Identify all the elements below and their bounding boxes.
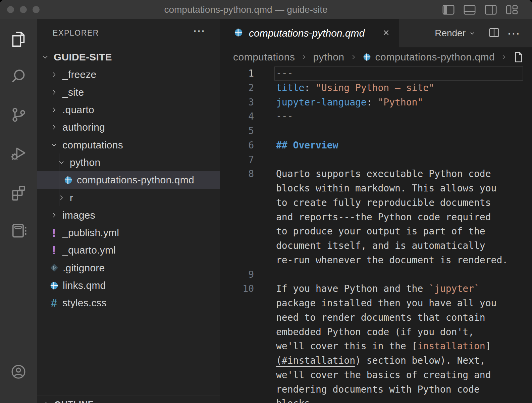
split-editor-icon[interactable] [488, 27, 500, 40]
code-line-text: document itself, and is automatically [276, 239, 485, 253]
settings-gear-icon[interactable] [10, 400, 27, 403]
code-line[interactable]: package installed then you have all you [220, 296, 532, 311]
explorer-icon[interactable] [10, 31, 27, 48]
code-line[interactable]: 9 [220, 268, 532, 282]
code-line-text: to produce your output is part of the [276, 224, 485, 239]
code-line-text: If you have Python and the `jupyter` [276, 282, 480, 296]
toggle-primary-sidebar-icon[interactable] [442, 5, 455, 15]
code-line-text: we'll cover this in the [installation] [276, 339, 491, 354]
zoom-window-button[interactable] [33, 6, 40, 13]
code-line[interactable]: 6## Overview [220, 138, 532, 153]
code-line[interactable]: to create fully reproducible documents [220, 196, 532, 210]
code-line[interactable]: 2title: "Using Python — site" [220, 81, 532, 95]
code-line[interactable]: 1--- [220, 66, 532, 81]
code-line[interactable]: re-run whenever the document is rendered… [220, 253, 532, 268]
code-line[interactable]: document itself, and is automatically [220, 239, 532, 253]
code-line[interactable]: 5 [220, 124, 532, 138]
indent-guide [59, 153, 59, 206]
outline-section[interactable]: OUTLINE [37, 396, 220, 403]
tree-item-label: computations [62, 139, 123, 151]
tree-item--quarto-yml[interactable]: !_quarto.yml [37, 241, 220, 259]
tree-item-computations[interactable]: computations [37, 136, 220, 153]
chevron-right-icon [50, 124, 58, 131]
code-line[interactable]: and reports---the Python code required [220, 210, 532, 225]
outline-header: OUTLINE [54, 399, 94, 403]
line-number: 7 [220, 153, 254, 167]
code-editor[interactable]: 1---2title: "Using Python — site"3jupyte… [220, 66, 532, 403]
minimize-window-button[interactable] [20, 6, 27, 13]
notebook-icon[interactable] [10, 222, 27, 239]
hash-icon: # [50, 297, 58, 309]
tree-item-authoring[interactable]: authoring [37, 119, 220, 136]
line-number: 5 [220, 124, 254, 138]
tree-item-label: _site [62, 87, 84, 98]
close-window-button[interactable] [7, 6, 14, 13]
code-line[interactable]: 7 [220, 153, 532, 167]
code-line[interactable]: to produce your output is part of the [220, 224, 532, 239]
code-line[interactable]: need to render documents that contain [220, 311, 532, 325]
code-line-text: embedded Python code (if you don't, [276, 325, 474, 340]
extensions-icon[interactable] [10, 183, 27, 201]
code-line[interactable]: 8Quarto supports executable Python code [220, 167, 532, 181]
tree-item-python[interactable]: python [37, 154, 220, 171]
chevron-right-icon [42, 401, 51, 403]
chevron-right-icon [50, 106, 58, 114]
tree-item--quarto[interactable]: .quarto [37, 101, 220, 119]
run-and-debug-icon[interactable] [10, 145, 27, 162]
chevron-right-icon [301, 54, 307, 60]
source-control-icon[interactable] [10, 106, 27, 124]
tree-item--site[interactable]: _site [37, 84, 220, 101]
code-line-text: Quarto supports executable Python code [276, 167, 491, 181]
tree-item-label: _publish.yml [62, 227, 119, 238]
tree-item-label: _quarto.yml [62, 244, 116, 256]
outline-separator [37, 396, 220, 396]
code-line[interactable]: embedded Python code (if you don't, [220, 325, 532, 340]
line-number: 10 [220, 282, 254, 296]
tree-item-styles-css[interactable]: #styles.css [37, 294, 220, 312]
tree-item-links-qmd[interactable]: links.qmd [37, 277, 220, 294]
tree-item-label: .gitignore [63, 262, 105, 274]
quarto-icon [50, 281, 59, 290]
tree-item--gitignore[interactable]: .gitignore [37, 259, 220, 277]
breadcrumb-item[interactable]: python [313, 51, 344, 63]
chevron-right-icon [50, 89, 58, 96]
code-line[interactable]: 4--- [220, 109, 532, 124]
line-number: 8 [220, 167, 254, 181]
toggle-secondary-sidebar-icon[interactable] [485, 5, 497, 15]
code-line[interactable]: we'll cover this in the [installation] [220, 339, 532, 354]
code-line[interactable]: blocks within markdown. This allows you [220, 181, 532, 196]
file-tree: GUIDE-SITE_freeze_site.quartoauthoringco… [37, 48, 220, 312]
chevron-right-icon [50, 71, 58, 78]
toggle-panel-icon[interactable] [464, 5, 476, 15]
tree-item-r[interactable]: r [37, 189, 220, 206]
code-line[interactable]: (#installation) section below). Next, [220, 354, 532, 368]
code-line-text: rendering documents with Python code [276, 383, 480, 397]
tree-item--freeze[interactable]: _freeze [37, 66, 220, 83]
account-icon[interactable] [10, 363, 27, 380]
chevron-down-icon [50, 141, 58, 149]
code-line[interactable]: blocks. [220, 397, 532, 403]
code-line[interactable]: rendering documents with Python code [220, 383, 532, 397]
close-tab-icon[interactable] [382, 28, 390, 38]
tree-item-images[interactable]: images [37, 207, 220, 224]
sidebar-more-actions-icon[interactable]: ⋯ [193, 24, 206, 38]
render-button-label: Render [435, 28, 466, 39]
tree-item-guide-site[interactable]: GUIDE-SITE [37, 48, 220, 66]
code-line-text: (#installation) section below). Next, [276, 354, 485, 368]
code-line[interactable]: 3jupyter-language: "Python" [220, 95, 532, 110]
tree-item-computations-python-qmd[interactable]: computations-python.qmd [37, 171, 220, 189]
code-line-text: and reports---the Python code required [276, 210, 491, 225]
breadcrumb-item[interactable]: computations [233, 51, 295, 63]
tab-computations-python[interactable]: computations-python.qmd [220, 19, 399, 47]
code-line[interactable]: 10If you have Python and the `jupyter` [220, 282, 532, 296]
customize-layout-icon[interactable] [506, 5, 518, 15]
breadcrumb-item[interactable]: computations-python.qmd [375, 51, 495, 63]
search-icon[interactable] [10, 68, 27, 85]
code-line[interactable]: we'll cover the basics of creating and [220, 368, 532, 383]
chevron-right-icon [500, 54, 507, 60]
tree-item--publish-yml[interactable]: !_publish.yml [37, 224, 220, 241]
editor-more-actions-icon[interactable]: ⋯ [507, 19, 521, 47]
chevron-right-icon [350, 54, 357, 60]
tab-label: computations-python.qmd [249, 28, 365, 39]
render-button[interactable]: Render [435, 28, 476, 39]
